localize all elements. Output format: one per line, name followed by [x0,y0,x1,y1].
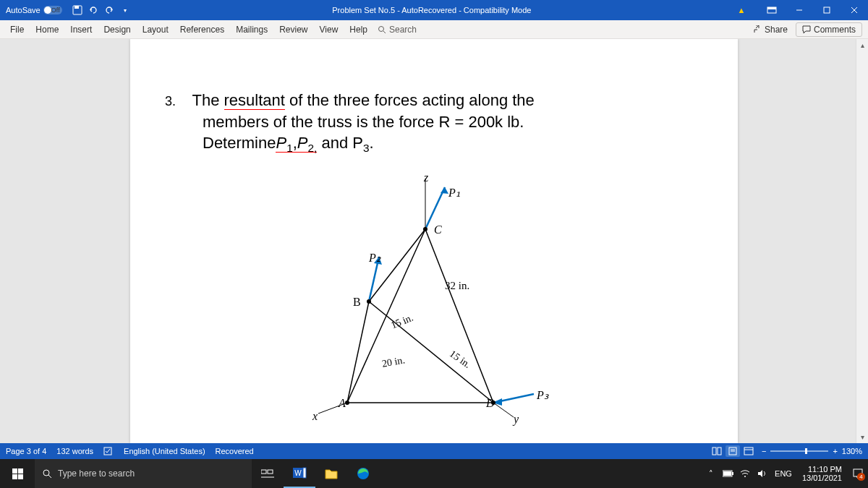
zoom-out-icon[interactable]: − [762,447,766,455]
svg-rect-35 [744,448,753,455]
label-P3: P₃ [537,388,548,402]
text-line1-a: The [192,91,224,109]
title-bar: AutoSave Off ▾ Problem Set No.5 - AutoRe… [0,0,868,20]
undo-icon[interactable] [88,5,98,15]
tab-file[interactable]: File [4,20,30,39]
scroll-track[interactable] [856,51,868,431]
text-P2-sub: 2, [308,142,318,155]
scroll-down-icon[interactable]: ▾ [856,431,868,443]
text-line2: members of the truss is the force R = 20… [203,113,524,131]
share-icon [753,25,762,34]
text-P1: P [276,134,286,152]
view-mode-icons [710,445,756,457]
search-box[interactable]: Search [378,25,417,35]
svg-line-9 [383,31,386,33]
wifi-icon[interactable] [740,469,752,478]
tab-references[interactable]: References [174,20,230,39]
svg-point-26 [367,299,371,304]
truss-diagram: z P₁ C P₂ B 32 in. 15 in. 15 in. 20 in. … [297,171,571,432]
clock-time: 11:10 PM [802,465,842,474]
document-page: 3. The resultant of the three forces act… [130,39,738,443]
save-icon[interactable] [72,5,82,15]
language-indicator[interactable]: ENG [775,469,792,478]
svg-point-27 [423,227,427,231]
tab-layout[interactable]: Layout [137,20,174,39]
text-P1-sub: 1 [286,142,293,155]
qat-dropdown-icon[interactable]: ▾ [120,5,130,15]
label-z: z [424,171,428,184]
start-button[interactable] [0,459,35,488]
maximize-button[interactable] [813,0,841,20]
svg-line-23 [493,403,514,417]
autosave-toggle[interactable]: Off [43,6,62,14]
svg-marker-17 [441,187,448,194]
sound-icon[interactable] [757,469,769,478]
text-and-P: and P [317,134,363,152]
autosave-label: AutoSave [6,6,41,14]
vertical-scrollbar[interactable]: ▴ ▾ [856,39,868,443]
svg-rect-30 [712,448,716,455]
close-button[interactable] [841,0,868,20]
spell-check-icon[interactable] [103,447,114,455]
zoom-control[interactable]: − + 130% [762,447,862,455]
comments-button[interactable]: Comments [796,22,862,37]
clock-date: 13/01/2021 [802,474,842,482]
print-layout-icon[interactable] [726,445,740,457]
word-app-icon[interactable]: W [284,459,315,488]
text-line1-resultant: resultant [224,91,285,110]
notifications-icon[interactable]: 4 [852,468,864,479]
label-A: A [339,397,346,410]
autosave-toggle-group[interactable]: AutoSave Off [0,6,67,14]
clock[interactable]: 11:10 PM 13/01/2021 [798,465,846,482]
system-tray: ˄ ENG 11:10 PM 13/01/2021 4 [705,465,868,482]
scroll-up-icon[interactable]: ▴ [856,39,868,51]
tab-review[interactable]: Review [273,20,313,39]
svg-rect-44 [303,468,306,478]
label-y: y [514,413,519,426]
minimize-button[interactable] [786,0,813,20]
task-view-icon[interactable] [252,459,284,488]
problem-text: 3. The resultant of the three forces act… [174,90,694,157]
read-mode-icon[interactable] [710,445,724,457]
battery-icon[interactable] [723,470,734,477]
share-button[interactable]: Share [746,22,794,37]
svg-rect-40 [268,470,273,474]
text-line3-a: Determine [203,134,276,152]
tab-home[interactable]: Home [30,20,64,39]
taskbar-search-placeholder: Type here to search [58,468,135,479]
tab-insert[interactable]: Insert [64,20,98,39]
status-words[interactable]: 132 words [56,447,93,455]
web-layout-icon[interactable] [741,445,756,457]
chevron-up-icon[interactable]: ˄ [705,469,717,479]
zoom-slider[interactable] [770,450,828,452]
label-B: B [353,296,361,309]
svg-text:W: W [294,469,302,477]
ribbon-tabs: File Home Insert Design Layout Reference… [0,20,868,39]
svg-rect-1 [75,6,79,9]
document-area[interactable]: 3. The resultant of the three forces act… [0,39,868,443]
zoom-in-icon[interactable]: + [833,447,837,455]
taskbar-search[interactable]: Type here to search [35,459,252,488]
tab-help[interactable]: Help [344,20,373,39]
zoom-value[interactable]: 130% [842,447,862,455]
label-P2: P₂ [369,251,380,265]
redo-icon[interactable] [104,5,114,15]
status-saved[interactable]: Recovered [216,447,254,455]
tab-view[interactable]: View [314,20,344,39]
warning-icon[interactable]: ▲ [728,6,755,14]
svg-line-11 [347,301,369,403]
search-icon [378,25,386,34]
label-P1: P₁ [448,186,460,200]
status-page[interactable]: Page 3 of 4 [6,447,46,455]
file-explorer-icon[interactable] [315,459,347,488]
text-P3-sub: 3 [363,142,370,155]
document-title: Problem Set No.5 - AutoRecovered - Compa… [136,6,728,14]
tab-design[interactable]: Design [98,20,136,39]
windows-logo-icon [12,468,23,479]
tab-mailings[interactable]: Mailings [230,20,273,39]
label-x: x [312,410,318,423]
autosave-state: Off [51,6,60,14]
status-language[interactable]: English (United States) [124,447,205,455]
ribbon-display-icon[interactable] [758,0,786,20]
edge-icon[interactable] [347,459,379,488]
